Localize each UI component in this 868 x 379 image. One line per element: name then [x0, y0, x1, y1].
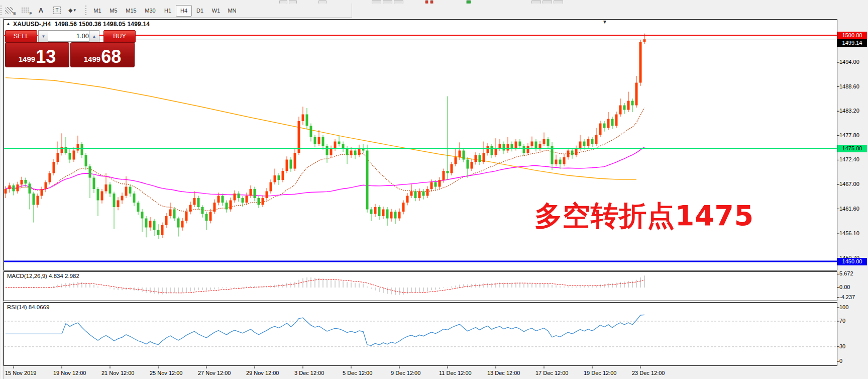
clipped-icon — [279, 0, 287, 4]
candle — [209, 212, 212, 221]
candle — [282, 171, 284, 180]
candle — [439, 180, 441, 187]
candle — [5, 189, 7, 194]
price-axis-label: 1494.00 — [839, 59, 859, 65]
ohlc-open: 1498.56 — [54, 21, 77, 28]
time-axis-label: 9 Dec 12:00 — [391, 370, 420, 376]
text-tool-icon[interactable]: A — [34, 5, 48, 16]
candle — [635, 83, 638, 106]
candle — [426, 189, 429, 196]
clipped-icon — [372, 0, 381, 4]
timeframe-w1-button[interactable]: W1 — [208, 5, 224, 17]
indicators-hatch-tool-button[interactable]: E — [2, 5, 16, 16]
candle — [507, 144, 509, 151]
candle — [17, 184, 19, 192]
timeframe-m1-button[interactable]: M1 — [89, 5, 105, 17]
candle — [346, 148, 349, 155]
candle — [483, 153, 485, 162]
sell-quote-panel[interactable]: 1499 13 — [5, 42, 69, 67]
candle — [611, 119, 614, 126]
clipped-icon — [383, 0, 392, 4]
candle — [57, 153, 59, 162]
candle — [109, 184, 112, 194]
clipped-icon — [289, 0, 297, 4]
timeframe-h1-button[interactable]: H1 — [160, 5, 176, 17]
candle — [173, 210, 176, 219]
candle — [177, 219, 180, 228]
candle — [539, 144, 541, 148]
timeframe-h4-button[interactable]: H4 — [176, 5, 192, 17]
candle — [201, 207, 204, 214]
symbol-label: XAUUSD-,H4 — [13, 21, 51, 28]
candle — [145, 219, 148, 228]
ohlc-close: 1499.14 — [127, 21, 150, 28]
rsi-axis-label: 30 — [839, 343, 845, 349]
fibonacci-grid-tool-button[interactable]: F — [18, 5, 32, 16]
time-axis-label: 15 Nov 2019 — [5, 370, 36, 376]
price-axis-label: 1477.80 — [839, 132, 859, 138]
candle — [583, 142, 586, 146]
candle — [435, 182, 437, 187]
candle — [443, 171, 445, 180]
price-axis-label: 1456.10 — [839, 230, 859, 236]
symbol-collapse-icon[interactable]: ▲ — [6, 21, 11, 26]
candle — [623, 106, 626, 110]
candle — [394, 212, 397, 219]
candle — [418, 192, 421, 199]
buy-button[interactable]: BUY — [103, 30, 136, 43]
clipped-toolbar-icons — [0, 0, 868, 4]
candle — [77, 144, 79, 151]
candle — [503, 144, 505, 151]
candle — [105, 184, 107, 192]
price-axis-label: 1467.00 — [839, 181, 859, 187]
candle — [579, 142, 582, 149]
toolbar: EFAT◆▾ M1M5M15M30H1H4D1W1MN — [0, 4, 352, 18]
buy-quote-panel[interactable]: 1499 68 — [70, 42, 135, 67]
candle — [306, 115, 308, 126]
clipped-icon — [318, 0, 327, 4]
candle — [117, 201, 120, 208]
candle — [495, 148, 497, 155]
clipped-icon — [542, 0, 552, 4]
candle — [523, 146, 525, 153]
volume-increase-button[interactable]: ▲ — [89, 30, 99, 43]
price-axis-label: 1472.40 — [839, 156, 859, 162]
price-axis-label: 1488.60 — [839, 83, 859, 89]
candle — [643, 39, 646, 42]
candle — [133, 194, 136, 203]
time-axis-label: 11 Dec 12:00 — [439, 370, 472, 376]
volume-input[interactable] — [48, 30, 92, 42]
price-chip-current: 1499.14 — [837, 39, 867, 47]
time-axis-label: 29 Nov 12:00 — [246, 370, 279, 376]
macd-label: MACD(12,26,9) 4.834 2.982 — [7, 273, 79, 279]
candle — [410, 192, 413, 196]
volume-decrease-button[interactable]: ▼ — [38, 30, 49, 43]
candle — [422, 192, 425, 196]
candle — [53, 162, 55, 173]
candle — [370, 210, 373, 214]
timeframe-m30-button[interactable]: M30 — [141, 5, 160, 17]
candle — [591, 139, 594, 144]
candle — [575, 148, 578, 155]
price-chip-resistance: 1500.00 — [837, 32, 867, 39]
chart-shift-marker-icon[interactable]: ▼ — [602, 19, 607, 25]
candle — [9, 185, 11, 189]
timeframe-m15-button[interactable]: M15 — [122, 5, 141, 17]
annotation-text: 多空转折点1475 — [534, 202, 754, 230]
candle — [595, 135, 598, 144]
sell-button[interactable]: SELL — [5, 30, 37, 43]
timeframe-m5-button[interactable]: M5 — [105, 5, 122, 17]
candle — [366, 151, 369, 210]
time-axis-label: 5 Dec 12:00 — [343, 370, 372, 376]
candle — [161, 225, 164, 235]
candle — [29, 183, 31, 194]
timeframe-mn-button[interactable]: MN — [224, 5, 240, 17]
candle — [519, 142, 521, 146]
macd-value: 4.834 — [49, 273, 63, 279]
timeframe-d1-button[interactable]: D1 — [192, 5, 208, 17]
candle — [455, 157, 457, 164]
candle — [571, 151, 574, 155]
text-label-tool-button[interactable]: T — [50, 5, 64, 16]
shapes-arrows-tool-button[interactable]: ◆▾ — [65, 5, 79, 16]
toolbar-grip-2[interactable] — [85, 6, 88, 15]
